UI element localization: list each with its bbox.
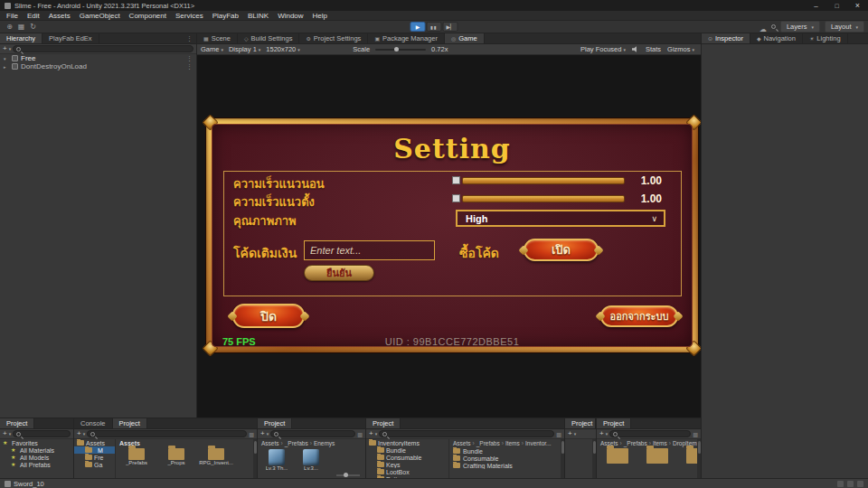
menu-item[interactable]: GameObject	[75, 12, 125, 20]
vspeed-slider[interactable]	[462, 195, 625, 202]
tree-item[interactable]: All Models	[0, 454, 73, 461]
tab-inspector[interactable]: ⊙Inspector	[702, 33, 750, 43]
play-focused-dropdown[interactable]: Play Focused	[580, 45, 626, 53]
breadcrumb-item[interactable]: Items	[505, 440, 525, 446]
play-button[interactable]	[410, 22, 426, 32]
menu-item[interactable]: Assets	[44, 12, 75, 20]
scrollbar[interactable]	[697, 439, 701, 479]
move-tool-icon[interactable]: ⊕	[4, 23, 15, 31]
minimize-icon[interactable]	[806, 0, 826, 11]
project-search-input[interactable]	[379, 430, 554, 437]
project-search-input[interactable]	[13, 430, 71, 437]
layers-dropdown[interactable]: Layers	[780, 21, 820, 33]
resolution-dropdown[interactable]: 1520x720	[266, 45, 347, 53]
stats-toggle[interactable]: Stats	[646, 45, 661, 53]
prefab-item[interactable]: Lv.3 Th...	[263, 449, 290, 471]
scale-slider[interactable]	[375, 49, 426, 51]
tab-hierarchy[interactable]: Hierarchy	[0, 33, 42, 43]
logout-button[interactable]: ออกจากระบบ	[600, 305, 678, 327]
maximize-icon[interactable]	[826, 0, 847, 11]
scrollbar[interactable]	[561, 439, 564, 479]
menu-item[interactable]: Edit	[23, 12, 44, 20]
tree-item[interactable]: All Materials	[0, 446, 73, 454]
hspeed-slider[interactable]	[462, 177, 625, 184]
gizmos-dropdown[interactable]: Gizmos	[667, 45, 694, 53]
activity-icon[interactable]	[837, 481, 844, 487]
menu-item[interactable]: Services	[171, 12, 208, 20]
breadcrumb-item[interactable]: _Prefabs	[285, 440, 314, 446]
add-icon[interactable]	[3, 45, 7, 52]
tab-project[interactable]: Project	[366, 418, 401, 428]
close-icon[interactable]	[847, 0, 868, 11]
game-mode-dropdown[interactable]: Game	[201, 45, 223, 53]
menu-item[interactable]: PlayFab	[208, 12, 243, 20]
chevron-down-icon[interactable]	[83, 431, 86, 436]
foldout-arrow-icon[interactable]: ▸	[4, 64, 9, 70]
add-icon[interactable]	[599, 430, 604, 437]
panel-options-icon[interactable]	[556, 431, 561, 437]
tab-scene[interactable]: ▦Scene	[197, 33, 238, 43]
rotate-tool-icon[interactable]: ↻	[27, 23, 39, 31]
tab-project[interactable]: Project	[597, 418, 631, 428]
folder-item[interactable]: _Props	[159, 448, 193, 465]
folder-item[interactable]	[640, 448, 675, 464]
folder-row[interactable]: Crafting Materials	[449, 462, 561, 469]
breadcrumb-item[interactable]: _Prefabs	[476, 440, 505, 446]
chevron-down-icon[interactable]	[606, 431, 609, 436]
chevron-down-icon[interactable]	[9, 46, 12, 52]
project-search-input[interactable]	[609, 430, 691, 437]
breadcrumb-item[interactable]: Assets	[261, 440, 285, 446]
scene-row-dontdestroyonload[interactable]: ▸ DontDestroyOnLoad	[0, 62, 196, 70]
hspeed-slider-handle[interactable]	[452, 176, 460, 184]
foldout-arrow-icon[interactable]: ▾	[4, 56, 9, 61]
display-dropdown[interactable]: Display 1	[229, 45, 260, 53]
menu-item[interactable]: Help	[308, 12, 332, 20]
tree-item[interactable]: Assets	[74, 439, 115, 446]
mute-audio-icon[interactable]	[632, 46, 639, 53]
pause-button[interactable]	[427, 22, 442, 32]
tab-game[interactable]: ◎Game	[445, 33, 485, 43]
rect-tool-icon[interactable]: ▦	[15, 23, 27, 31]
progress-icon[interactable]	[857, 481, 863, 487]
chevron-down-icon[interactable]	[267, 431, 269, 436]
scene-options-icon[interactable]	[183, 55, 196, 62]
tab-lighting[interactable]: ☀Lighting	[803, 33, 848, 43]
tree-item[interactable]: Bundle	[366, 446, 448, 454]
breadcrumb-item[interactable]: Inventor...	[525, 440, 552, 446]
tab-build-settings[interactable]: ◇Build Settings	[238, 33, 300, 43]
topup-code-input[interactable]	[304, 240, 435, 260]
folder-row[interactable]: Bundle	[449, 447, 561, 455]
menu-item[interactable]: BLINK	[243, 12, 273, 20]
tab-project[interactable]: Project	[113, 418, 147, 428]
tab-playfab-edex[interactable]: PlayFab EdEx	[42, 33, 99, 43]
tab-project[interactable]: Project	[0, 418, 34, 428]
tree-item[interactable]: LootBox	[366, 468, 448, 475]
prefab-item[interactable]: Lv.3...	[297, 449, 325, 471]
tab-navigation[interactable]: ◆Navigation	[750, 33, 803, 43]
menu-item[interactable]: Component	[125, 12, 171, 20]
chevron-down-icon[interactable]	[574, 431, 577, 436]
breadcrumb-item[interactable]: Items	[653, 440, 673, 446]
panel-options-icon[interactable]	[357, 431, 363, 437]
menu-item[interactable]: Window	[273, 12, 307, 20]
hierarchy-search-input[interactable]	[13, 45, 193, 52]
panel-options-icon[interactable]	[249, 431, 254, 437]
menu-item[interactable]: File	[2, 12, 23, 20]
project-search-input[interactable]	[270, 430, 355, 437]
folder-item[interactable]: _Prefabs	[119, 448, 154, 465]
breadcrumb-item[interactable]: Assets	[453, 440, 476, 446]
project-search-input[interactable]	[87, 430, 247, 437]
tab-project[interactable]: Project	[258, 418, 292, 428]
vspeed-slider-handle[interactable]	[452, 194, 460, 202]
tree-item[interactable]: Consumable	[366, 454, 448, 461]
panel-options-icon[interactable]	[693, 431, 698, 437]
layout-dropdown[interactable]: Layout	[825, 21, 864, 33]
scene-options-icon[interactable]	[183, 63, 196, 70]
tab-console[interactable]: Console	[74, 418, 113, 428]
tree-item[interactable]: Keys	[366, 461, 448, 468]
add-icon[interactable]	[260, 430, 265, 437]
console-status-icon[interactable]	[847, 481, 854, 487]
add-icon[interactable]	[3, 430, 7, 437]
quality-dropdown[interactable]: High	[456, 210, 665, 227]
add-icon[interactable]	[369, 430, 373, 437]
